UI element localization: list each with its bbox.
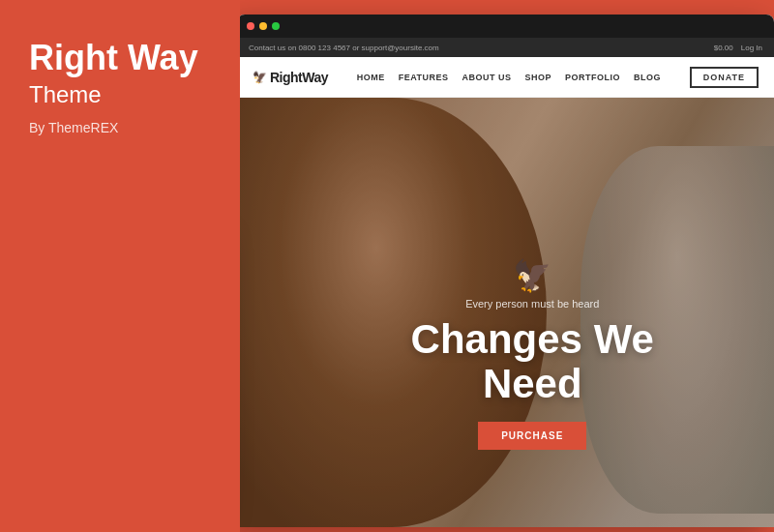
desktop-nav: HOME FEATURES ABOUT US SHOP PORTFOLIO BL… [357, 73, 661, 82]
desktop-purchase-button[interactable]: PURCHASE [478, 422, 586, 450]
desktop-hero: 🦅 Every person must be heard Changes We … [237, 98, 774, 527]
nav-features[interactable]: FEATURES [399, 73, 449, 82]
contact-info: Contact us on 0800 123 4567 or support@y… [249, 44, 439, 52]
desktop-status-bar: Contact us on 0800 123 4567 or support@y… [237, 38, 774, 57]
desktop-dot-yellow [259, 22, 267, 30]
left-panel: Right Way Theme By ThemeREX [0, 0, 240, 532]
desktop-eagle-logo-icon: 🦅 [253, 71, 267, 84]
nav-about[interactable]: ABOUT US [462, 73, 512, 82]
desktop-hero-eagle-icon: 🦅 [399, 257, 668, 294]
cart-amount: $0.00 [714, 44, 733, 52]
desktop-logo-container: 🦅 RightWay [253, 70, 328, 85]
nav-home[interactable]: HOME [357, 73, 385, 82]
desktop-hero-heading: Changes We Need [399, 317, 668, 406]
nav-blog[interactable]: BLOG [634, 73, 661, 82]
desktop-logo-text: RightWay [270, 70, 328, 85]
nav-portfolio[interactable]: PORTFOLIO [565, 73, 620, 82]
desktop-topbar [237, 15, 774, 38]
status-left: Contact us on 0800 123 4567 or support@y… [249, 44, 439, 52]
desktop-hero-content: 🦅 Every person must be heard Changes We … [399, 257, 668, 450]
donate-button[interactable]: DONATE [690, 67, 759, 88]
desktop-hero-tagline: Every person must be heard [399, 298, 668, 310]
desktop-navbar: 🦅 RightWay HOME FEATURES ABOUT US SHOP P… [237, 57, 774, 98]
theme-subtitle: Theme [29, 81, 211, 108]
desktop-mockup: Contact us on 0800 123 4567 or support@y… [237, 15, 774, 527]
theme-author: By ThemeREX [29, 120, 211, 135]
login-link[interactable]: Log In [741, 44, 762, 52]
nav-shop[interactable]: SHOP [525, 73, 552, 82]
desktop-dot-green [272, 22, 280, 30]
status-right: $0.00 Log In [714, 44, 762, 52]
desktop-dot-red [247, 22, 254, 30]
theme-title: Right Way [29, 39, 211, 77]
